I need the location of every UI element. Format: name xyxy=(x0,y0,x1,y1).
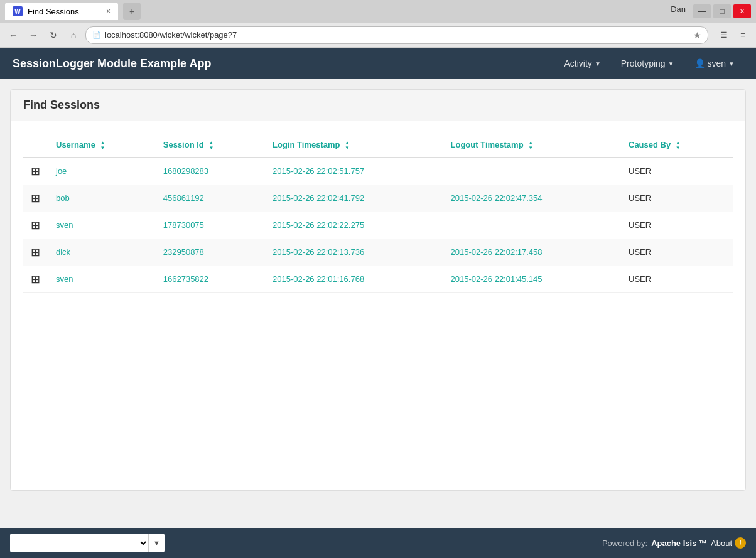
col-header-session-id[interactable]: Session Id ▲▼ xyxy=(156,134,265,158)
username-cell[interactable]: sven xyxy=(48,266,156,292)
logout-timestamp-cell: 2015-02-26 22:02:17.458 xyxy=(443,239,621,266)
content-wrapper: SessionLogger Module Example App Activit… xyxy=(0,48,756,539)
prototyping-caret-icon: ▼ xyxy=(668,60,674,67)
maximize-button[interactable]: □ xyxy=(713,4,731,18)
row-action-icon[interactable]: ⊞ xyxy=(31,164,40,178)
logout-timestamp-cell xyxy=(443,212,621,239)
close-button[interactable]: × xyxy=(733,4,751,18)
nav-prototyping-label: Prototyping xyxy=(621,58,666,68)
username-cell[interactable]: bob xyxy=(48,185,156,212)
login-sort-icons: ▲▼ xyxy=(345,141,350,151)
logout-timestamp-cell: 2015-02-26 22:02:47.354 xyxy=(443,185,621,212)
col-header-logout-timestamp[interactable]: Logout Timestamp ▲▼ xyxy=(443,134,621,158)
about-link[interactable]: About ! xyxy=(711,537,746,539)
row-icon-cell[interactable]: ⊞ xyxy=(23,185,48,212)
row-icon-cell[interactable]: ⊞ xyxy=(23,212,48,239)
caused-by-cell: USER xyxy=(621,185,733,212)
tab-favicon: W xyxy=(13,6,23,16)
app-navbar: SessionLogger Module Example App Activit… xyxy=(0,48,756,79)
nav-item-prototyping[interactable]: Prototyping ▼ xyxy=(612,53,683,73)
minimize-button[interactable]: — xyxy=(693,4,711,18)
user-caret-icon: ▼ xyxy=(728,60,735,67)
home-button[interactable]: ⌂ xyxy=(65,27,82,43)
address-secure-icon: 📄 xyxy=(92,31,101,39)
sessions-table: Username ▲▼ Session Id ▲▼ Login Timestam… xyxy=(23,134,733,293)
username-sort-icons: ▲▼ xyxy=(100,141,105,151)
reload-button[interactable]: ↻ xyxy=(45,27,62,43)
login-timestamp-cell: 2015-02-26 22:02:51.757 xyxy=(265,158,443,185)
causedby-sort-icons: ▲▼ xyxy=(676,141,681,151)
window-controls: Dan — □ × xyxy=(666,4,751,18)
extensions-button[interactable]: ☰ xyxy=(716,27,732,43)
caused-by-cell: USER xyxy=(621,239,733,266)
page-title: Find Sessions xyxy=(23,99,733,112)
bookmark-star-icon[interactable]: ★ xyxy=(693,30,701,40)
logout-sort-icons: ▲▼ xyxy=(528,141,533,151)
table-row: ⊞dick2329508782015-02-26 22:02:13.736201… xyxy=(23,239,733,266)
login-timestamp-cell: 2015-02-26 22:02:22.275 xyxy=(265,212,443,239)
window-user: Dan xyxy=(666,4,691,18)
username-cell[interactable]: dick xyxy=(48,239,156,266)
row-icon-cell[interactable]: ⊞ xyxy=(23,239,48,266)
app-brand: SessionLogger Module Example App xyxy=(13,57,556,70)
browser-tab[interactable]: W Find Sessions × xyxy=(5,3,118,20)
row-action-icon[interactable]: ⊞ xyxy=(31,191,40,205)
browser-addressbar: ← → ↻ ⌂ 📄 localhost:8080/wicket/wicket/p… xyxy=(0,23,756,48)
col-header-username[interactable]: Username ▲▼ xyxy=(48,134,156,158)
col-header-caused-by[interactable]: Caused By ▲▼ xyxy=(621,134,733,158)
tab-close-button[interactable]: × xyxy=(106,7,111,16)
address-text: localhost:8080/wicket/wicket/page?7 xyxy=(105,30,237,40)
nav-item-activity[interactable]: Activity ▼ xyxy=(556,53,610,73)
session-id-cell[interactable]: 1680298283 xyxy=(156,158,265,185)
table-row: ⊞sven16627358222015-02-26 22:01:16.76820… xyxy=(23,266,733,292)
username-cell[interactable]: sven xyxy=(48,212,156,239)
table-body: ⊞joe16802982832015-02-26 22:02:51.757USE… xyxy=(23,158,733,293)
logout-timestamp-cell xyxy=(443,158,621,185)
row-icon-cell[interactable]: ⊞ xyxy=(23,158,48,185)
footer-select-container: ▼ xyxy=(10,534,165,539)
about-label: About xyxy=(711,539,732,539)
table-container: Username ▲▼ Session Id ▲▼ Login Timestam… xyxy=(11,121,745,306)
apache-label: Apache Isis ™ xyxy=(651,539,707,539)
forward-button[interactable]: → xyxy=(25,27,41,43)
login-timestamp-cell: 2015-02-26 22:02:41.792 xyxy=(265,185,443,212)
back-button[interactable]: ← xyxy=(5,27,21,43)
session-id-cell[interactable]: 232950878 xyxy=(156,239,265,266)
login-timestamp-cell: 2015-02-26 22:01:16.768 xyxy=(265,266,443,292)
footer-select[interactable] xyxy=(10,534,148,539)
row-action-icon[interactable]: ⊞ xyxy=(31,218,40,232)
powered-by-label: Powered by: xyxy=(602,539,647,539)
caused-by-cell: USER xyxy=(621,212,733,239)
menu-button[interactable]: ≡ xyxy=(735,27,751,43)
nav-item-user[interactable]: 👤 sven ▼ xyxy=(686,53,743,73)
session-id-cell[interactable]: 456861192 xyxy=(156,185,265,212)
username-cell[interactable]: joe xyxy=(48,158,156,185)
col-header-icon xyxy=(23,134,48,158)
footer-select-arrow[interactable]: ▼ xyxy=(148,534,165,539)
table-row: ⊞joe16802982832015-02-26 22:02:51.757USE… xyxy=(23,158,733,185)
col-header-login-timestamp[interactable]: Login Timestamp ▲▼ xyxy=(265,134,443,158)
address-bar[interactable]: 📄 localhost:8080/wicket/wicket/page?7 ★ xyxy=(85,26,708,44)
row-icon-cell[interactable]: ⊞ xyxy=(23,266,48,292)
address-right-controls: ☰ ≡ xyxy=(712,27,751,43)
page-header: Find Sessions xyxy=(11,90,745,121)
nav-items: Activity ▼ Prototyping ▼ 👤 sven ▼ xyxy=(556,53,743,73)
table-row: ⊞bob4568611922015-02-26 22:02:41.7922015… xyxy=(23,185,733,212)
browser-titlebar: W Find Sessions × + Dan — □ × xyxy=(0,0,756,23)
activity-caret-icon: ▼ xyxy=(595,60,601,67)
main-content: Find Sessions Username ▲▼ Session Id ▲▼ xyxy=(10,89,746,491)
row-action-icon[interactable]: ⊞ xyxy=(31,245,40,259)
row-action-icon[interactable]: ⊞ xyxy=(31,272,40,286)
tab-title: Find Sessions xyxy=(28,7,79,16)
session-id-cell[interactable]: 178730075 xyxy=(156,212,265,239)
user-icon: 👤 xyxy=(694,58,705,68)
nav-user-label: sven xyxy=(708,58,726,68)
caused-by-cell: USER xyxy=(621,158,733,185)
session-id-cell[interactable]: 1662735822 xyxy=(156,266,265,292)
logout-timestamp-cell: 2015-02-26 22:01:45.145 xyxy=(443,266,621,292)
table-row: ⊞sven1787300752015-02-26 22:02:22.275USE… xyxy=(23,212,733,239)
new-tab-button[interactable]: + xyxy=(123,3,141,20)
sessionid-sort-icons: ▲▼ xyxy=(208,141,213,151)
browser-footer: ▼ Powered by: Apache Isis ™ About ! xyxy=(0,528,756,539)
table-header-row: Username ▲▼ Session Id ▲▼ Login Timestam… xyxy=(23,134,733,158)
